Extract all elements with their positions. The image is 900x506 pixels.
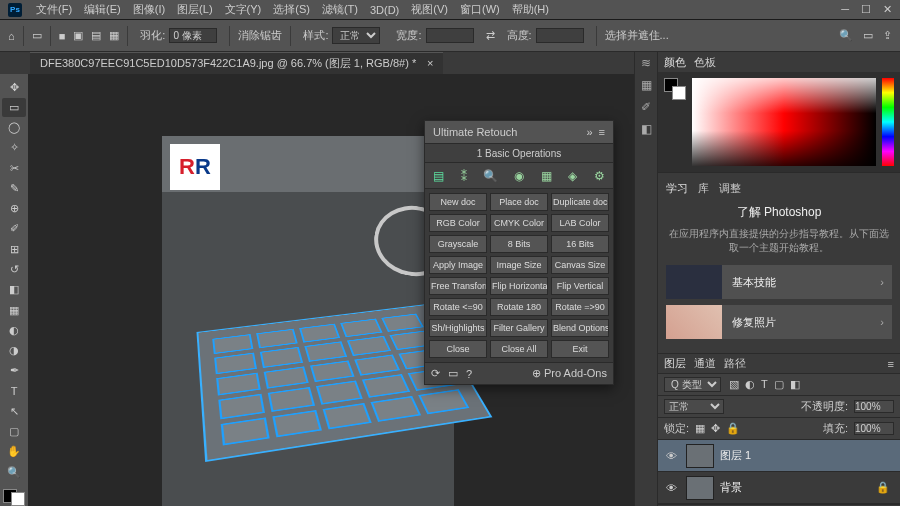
ur-btn-exit[interactable]: Exit [551,340,609,358]
tab-layers[interactable]: 图层 [664,356,686,371]
ur-refresh-icon[interactable]: ⟳ [431,367,440,380]
ur-btn-close[interactable]: Close [429,340,487,358]
menu-select[interactable]: 选择(S) [267,2,316,17]
ur-btn-grayscale[interactable]: Grayscale [429,235,487,253]
ur-btn-rotate-90[interactable]: Rotate =>90 [551,298,609,316]
tool-gradient[interactable]: ▦ [2,301,26,319]
sel-sub-icon[interactable]: ▤ [91,29,101,42]
ur-screen-icon[interactable]: ▭ [448,367,458,380]
tab-swatches[interactable]: 色板 [694,55,716,70]
color-ramp[interactable] [692,78,876,166]
layer-filter-select[interactable]: Q 类型 [664,377,721,392]
menu-help[interactable]: 帮助(H) [506,2,555,17]
ur-tab-gear-icon[interactable]: ⚙ [594,169,605,183]
opacity-input[interactable] [854,400,894,413]
style-select[interactable]: 正常 [332,27,380,44]
tool-pen[interactable]: ✒ [2,362,26,380]
document-tab[interactable]: DFE380C97EEC91C5ED10D573F422C1A9.jpg @ 6… [30,52,443,74]
sel-add-icon[interactable]: ▣ [73,29,83,42]
window-close-icon[interactable]: ✕ [883,3,892,16]
ur-collapse-icon[interactable]: » [586,126,592,138]
sel-intersect-icon[interactable]: ▦ [109,29,119,42]
ur-btn-flip-horizontal[interactable]: Flip Horizontal [490,277,548,295]
dock-brush-icon[interactable]: ✐ [641,100,651,114]
ur-btn-rotate-90[interactable]: Rotate <=90 [429,298,487,316]
ur-tab-grid-icon[interactable]: ▦ [541,169,552,183]
tool-history-brush[interactable]: ↺ [2,260,26,278]
select-and-mask-button[interactable]: 选择并遮住... [605,28,669,43]
tool-eraser[interactable]: ◧ [2,281,26,299]
ur-btn-rgb-color[interactable]: RGB Color [429,214,487,232]
tool-crop[interactable]: ✂ [2,159,26,177]
dock-swatches-icon[interactable]: ▦ [641,78,652,92]
layer-visibility-icon[interactable]: 👁 [662,482,680,494]
tool-move[interactable]: ✥ [2,78,26,96]
menu-view[interactable]: 视图(V) [405,2,454,17]
ur-btn-8-bits[interactable]: 8 Bits [490,235,548,253]
width-input[interactable] [426,28,474,43]
tool-lasso[interactable]: ◯ [2,119,26,137]
lock-position-icon[interactable]: ✥ [711,422,720,435]
ur-btn-cmyk-color[interactable]: CMYK Color [490,214,548,232]
filter-type-icon[interactable]: T [761,378,768,391]
tool-dodge[interactable]: ◑ [2,341,26,359]
window-minimize-icon[interactable]: ─ [841,3,849,16]
layer-row[interactable]: 👁 图层 1 [658,440,900,472]
menu-window[interactable]: 窗口(W) [454,2,506,17]
ur-btn-duplicate-doc[interactable]: Duplicate doc [551,193,609,211]
search-icon[interactable]: 🔍 [839,29,853,42]
menu-3d[interactable]: 3D(D) [364,4,405,16]
tool-path[interactable]: ↖ [2,402,26,420]
share-icon[interactable]: ⇪ [883,29,892,42]
dock-icon-4[interactable]: ◧ [641,122,652,136]
lock-all-icon[interactable]: 🔒 [726,422,740,435]
ur-btn-flip-vertical[interactable]: Flip Vertical [551,277,609,295]
menu-layer[interactable]: 图层(L) [171,2,218,17]
lock-pixels-icon[interactable]: ▦ [695,422,705,435]
ur-tab-pulse-icon[interactable]: ⁑ [461,169,467,183]
fill-input[interactable] [854,422,894,435]
ur-btn-free-transform[interactable]: Free Transform [429,277,487,295]
tab-color[interactable]: 颜色 [664,55,686,70]
hue-strip[interactable] [882,78,894,166]
ur-btn-canvas-size[interactable]: Canvas Size [551,256,609,274]
panel-menu-icon[interactable]: ≡ [888,358,894,370]
layer-thumbnail[interactable] [686,444,714,468]
sel-new-icon[interactable]: ■ [59,30,66,42]
filter-shape-icon[interactable]: ▢ [774,378,784,391]
tool-blur[interactable]: ◐ [2,321,26,339]
learn-card-basic[interactable]: 基本技能› [666,265,892,299]
tool-type[interactable]: T [2,382,26,400]
ur-btn-filter-gallery[interactable]: Filter Gallery [490,319,548,337]
ur-tab-doc-icon[interactable]: ▤ [433,169,444,183]
tool-wand[interactable]: ✧ [2,139,26,157]
ur-btn-place-doc[interactable]: Place doc [490,193,548,211]
tab-library[interactable]: 库 [698,181,709,196]
tab-close-icon[interactable]: × [427,57,433,69]
menu-type[interactable]: 文字(Y) [219,2,268,17]
ur-btn-sh-highlights[interactable]: Sh/Highlights [429,319,487,337]
ur-tab-diamond-icon[interactable]: ◈ [568,169,577,183]
layer-thumbnail[interactable] [686,476,714,500]
filter-adjust-icon[interactable]: ◐ [745,378,755,391]
ur-tab-search-icon[interactable]: 🔍 [483,169,498,183]
layer-row[interactable]: 👁 背景 🔒 [658,472,900,504]
ur-btn-rotate-180[interactable]: Rotate 180 [490,298,548,316]
tool-eyedropper[interactable]: ✎ [2,179,26,197]
workspace-icon[interactable]: ▭ [863,29,873,42]
home-icon[interactable]: ⌂ [8,30,15,42]
ur-btn-image-size[interactable]: Image Size [490,256,548,274]
ur-btn-blend-options[interactable]: Blend Options [551,319,609,337]
menu-filter[interactable]: 滤镜(T) [316,2,364,17]
tool-hand[interactable]: ✋ [2,443,26,461]
menu-image[interactable]: 图像(I) [127,2,171,17]
tool-marquee[interactable]: ▭ [2,98,26,116]
swap-wh-icon[interactable]: ⇄ [486,29,495,42]
layer-visibility-icon[interactable]: 👁 [662,450,680,462]
ur-btn-16-bits[interactable]: 16 Bits [551,235,609,253]
color-swatches[interactable] [3,489,25,506]
height-input[interactable] [536,28,584,43]
tab-paths[interactable]: 路径 [724,356,746,371]
learn-card-retouch[interactable]: 修复照片› [666,305,892,339]
filter-smart-icon[interactable]: ◧ [790,378,800,391]
